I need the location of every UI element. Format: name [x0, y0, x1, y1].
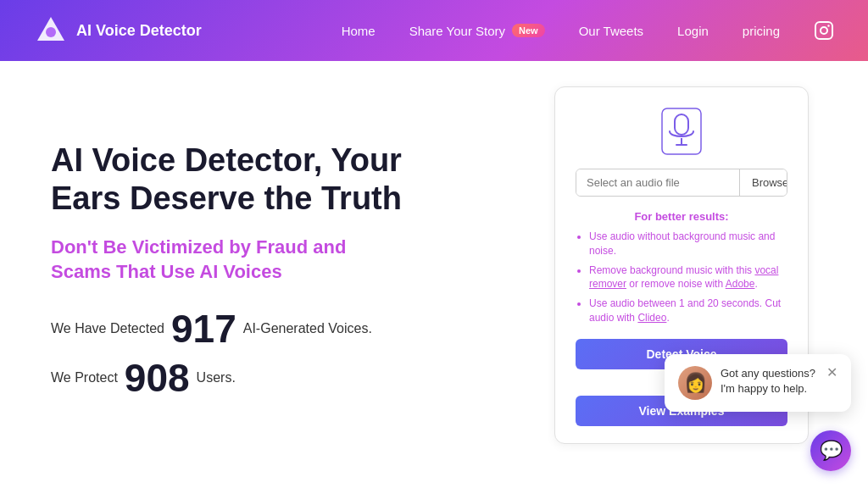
- stat-users-number: 908: [125, 358, 190, 397]
- adobe-link[interactable]: Adobe: [726, 278, 755, 290]
- stat-detected-number: 917: [171, 309, 236, 348]
- chat-bubble: 👩 Got any questions? I'm happy to help. …: [665, 354, 851, 412]
- new-badge: New: [512, 24, 545, 37]
- header: AI Voice Detector Home Share Your Story …: [0, 0, 868, 61]
- subtitle: Don't Be Victimized by Fraud and Scams T…: [51, 236, 444, 284]
- tips-section: For better results: Use audio without ba…: [576, 210, 787, 325]
- nav-pricing[interactable]: pricing: [743, 24, 780, 38]
- logo-icon: [34, 14, 68, 47]
- logo-area: AI Voice Detector: [34, 14, 202, 47]
- avatar-face: 👩: [684, 372, 707, 394]
- tip-3: Use audio between 1 and 20 seconds. Cut …: [589, 297, 787, 325]
- svg-point-1: [46, 27, 56, 37]
- chat-trigger-icon: 💬: [820, 440, 843, 462]
- file-input[interactable]: [576, 169, 739, 196]
- nav-home[interactable]: Home: [342, 24, 376, 38]
- chat-avatar: 👩: [678, 366, 712, 400]
- stat-detected-suffix: AI-Generated Voices.: [243, 321, 372, 336]
- main-title: AI Voice Detector, Your Ears Deserve the…: [51, 141, 444, 219]
- microphone-icon: [661, 108, 702, 155]
- left-panel: AI Voice Detector, Your Ears Deserve the…: [0, 61, 495, 488]
- file-input-row[interactable]: Browse: [576, 169, 787, 197]
- main-nav: Home Share Your Story New Our Tweets Log…: [342, 20, 834, 41]
- chat-trigger-button[interactable]: 💬: [810, 430, 851, 471]
- stat-users-suffix: Users.: [197, 370, 236, 385]
- svg-rect-2: [815, 22, 832, 39]
- stat-detected-prefix: We Have Detected: [51, 321, 164, 336]
- main-content: AI Voice Detector, Your Ears Deserve the…: [0, 61, 868, 488]
- right-panel: Browse For better results: Use audio wit…: [495, 61, 868, 488]
- chat-message: Got any questions? I'm happy to help.: [721, 366, 818, 396]
- stat-users-prefix: We Protect: [51, 370, 118, 385]
- stat-users: We Protect 908 Users.: [51, 358, 444, 397]
- instagram-icon[interactable]: [814, 20, 834, 41]
- clideo-link[interactable]: Clideo: [637, 312, 666, 324]
- svg-point-3: [821, 27, 827, 34]
- chat-widget: 👩 Got any questions? I'm happy to help. …: [810, 430, 851, 471]
- chat-bubble-header: 👩 Got any questions? I'm happy to help. …: [678, 366, 837, 400]
- nav-share-story-label[interactable]: Share Your Story: [409, 24, 505, 38]
- logo-text: AI Voice Detector: [76, 22, 202, 40]
- browse-button[interactable]: Browse: [739, 169, 787, 196]
- svg-rect-6: [675, 114, 688, 135]
- nav-our-tweets[interactable]: Our Tweets: [579, 24, 643, 38]
- nav-login[interactable]: Login: [677, 24, 709, 38]
- chat-close-button[interactable]: ✕: [826, 366, 837, 380]
- svg-rect-5: [662, 108, 701, 154]
- mic-icon-area: [576, 108, 787, 155]
- tips-title: For better results:: [576, 210, 787, 223]
- tip-1: Use audio without background music and n…: [589, 230, 787, 258]
- svg-point-4: [827, 25, 829, 26]
- tip-2: Remove background music with this vocal …: [589, 263, 787, 292]
- nav-share-story[interactable]: Share Your Story New: [409, 24, 545, 38]
- stat-detected: We Have Detected 917 AI-Generated Voices…: [51, 309, 444, 348]
- tips-list: Use audio without background music and n…: [576, 230, 787, 325]
